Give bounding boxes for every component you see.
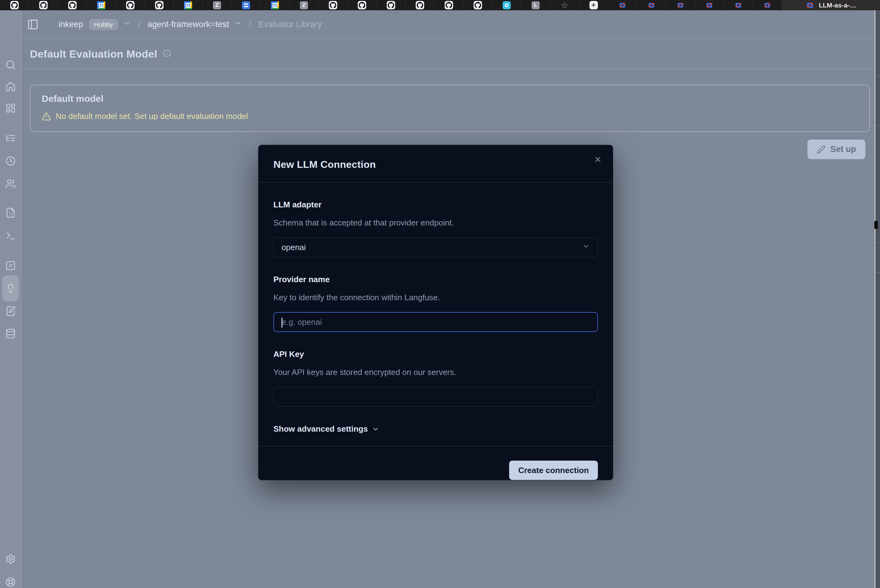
search-icon [5,60,16,70]
google-calendar-favicon: 31 [271,1,279,9]
api-key-input-wrapper [273,387,598,407]
sidebar-item-scores[interactable] [3,258,18,273]
github-favicon [387,1,395,9]
scrollbar[interactable] [875,10,880,588]
pinned-tab-langfuse[interactable] [753,0,782,10]
sidebar-item-sessions[interactable] [3,153,18,169]
pinned-tab-langfuse[interactable] [637,0,666,10]
pinned-tab-chat[interactable] [492,0,521,10]
sidebar-item-home[interactable] [3,79,18,94]
database-icon [5,328,16,339]
sidebar-item-datasets[interactable] [3,326,18,341]
provider-name-input[interactable] [282,313,589,332]
browser-tab-strip: 3131Z31ZL☆✳ LLM-as-a-… [0,0,880,10]
pinned-tab-langfuse[interactable] [666,0,695,10]
provider-description: Key to identify the connection within La… [273,293,598,302]
langfuse-favicon [648,1,655,9]
text-caret [282,318,282,328]
pinned-tab-github[interactable] [319,0,348,10]
sidebar-item-settings[interactable] [3,551,18,567]
select-chevron-down-icon [582,243,590,252]
sidebar-item-support[interactable] [3,574,18,588]
page-header: Default Evaluation Model [21,39,875,69]
percent-square-icon [5,260,16,271]
l-app-favicon: L [532,1,540,9]
breadcrumb-project[interactable]: agent-framework=test [148,20,229,29]
pinned-tab-google-calendar[interactable]: 31 [174,0,203,10]
langfuse-favicon [763,1,771,9]
sidebar-toggle-button[interactable] [25,17,40,32]
modal-body: LLM adapter Schema that is accepted at t… [258,183,613,434]
panel-left-icon [27,19,39,30]
pinned-tab-github[interactable] [29,0,58,10]
org-chevron-down-icon[interactable] [123,20,131,29]
sidebar-item-dashboards[interactable] [3,100,18,116]
active-tab[interactable]: LLM-as-a-… [782,0,880,10]
pinned-tab-star[interactable]: ☆ [550,0,579,10]
google-docs-favicon [242,1,250,9]
pinned-tab-langfuse[interactable] [695,0,724,10]
breadcrumb-org[interactable]: inkeep [58,20,84,29]
api-key-input[interactable] [282,387,590,406]
pinned-tab-github[interactable] [405,0,435,10]
modal-title: New LLM Connection [273,159,598,170]
pinned-tab-github[interactable] [376,0,405,10]
pinned-tab-l-app[interactable]: L [521,0,550,10]
create-connection-button[interactable]: Create connection [509,460,598,480]
sidebar-item-tracing[interactable] [3,130,18,146]
sidebar-item-playground[interactable] [3,228,18,243]
sidebar-item-evaluators[interactable] [2,275,19,302]
close-button[interactable] [591,153,605,166]
langfuse-favicon [705,1,714,9]
scroll-seg [876,126,879,126]
pinned-tab-github[interactable] [0,0,29,10]
pinned-tab-langfuse[interactable] [608,0,637,10]
adapter-select[interactable]: openai [273,237,598,257]
pinned-tab-github[interactable] [145,0,174,10]
github-favicon [445,1,453,9]
app-window: 3131Z31ZL☆✳ LLM-as-a-… [0,0,880,588]
breadcrumb-separator: / [247,20,253,29]
pinned-tab-github[interactable] [463,0,492,10]
advanced-toggle-label: Show advanced settings [273,424,368,434]
pinned-tab-google-calendar[interactable]: 31 [87,0,116,10]
page-title: Default Evaluation Model [30,48,157,60]
pinned-tabs: 3131Z31ZL☆✳ [0,0,782,10]
sidebar-item-search[interactable] [3,57,18,73]
svg-text:{}: {} [8,212,13,216]
provider-label: Provider name [273,275,598,284]
github-favicon [155,1,163,9]
pinned-tab-google-docs[interactable] [232,0,261,10]
pinned-tab-github[interactable] [58,0,87,10]
show-advanced-settings-toggle[interactable]: Show advanced settings [273,424,598,434]
google-calendar-favicon: 31 [184,1,192,9]
sidebar-item-prompts[interactable]: {} [3,205,18,220]
breadcrumb-section: Evaluator Library [258,20,322,29]
pinned-tab-google-calendar[interactable]: 31 [261,0,289,10]
pinned-tab-langfuse[interactable] [724,0,753,10]
pinned-tab-github[interactable] [116,0,145,10]
api-key-label: API Key [273,350,598,359]
set-up-label: Set up [830,144,856,154]
file-json-icon: {} [5,207,16,218]
github-favicon [68,1,76,9]
info-icon[interactable] [163,49,171,59]
pinned-tab-github[interactable] [435,0,463,10]
pinned-tab-openai[interactable]: ✳ [579,0,608,10]
github-favicon [329,1,337,9]
sidebar-item-annotation[interactable] [3,303,18,319]
pinned-tab-github[interactable] [348,0,376,10]
active-tab-title: LLM-as-a-… [819,2,856,9]
advanced-chevron-down-icon [372,425,379,433]
breadcrumb-separator: / [136,20,142,29]
warning-text: No default model set. Set up default eva… [56,111,248,121]
chat-favicon [502,1,511,9]
sidebar-item-users[interactable] [3,176,18,192]
pinned-tab-z-app[interactable]: Z [289,0,319,10]
set-up-button[interactable]: Set up [807,140,865,159]
z-app-favicon: Z [213,1,221,9]
pinned-tab-z-app[interactable]: Z [203,0,232,10]
project-chevron-down-icon[interactable] [234,20,241,29]
top-navigation: inkeep Hobby / agent-framework=test / Ev… [21,10,875,39]
adapter-label: LLM adapter [273,200,598,210]
